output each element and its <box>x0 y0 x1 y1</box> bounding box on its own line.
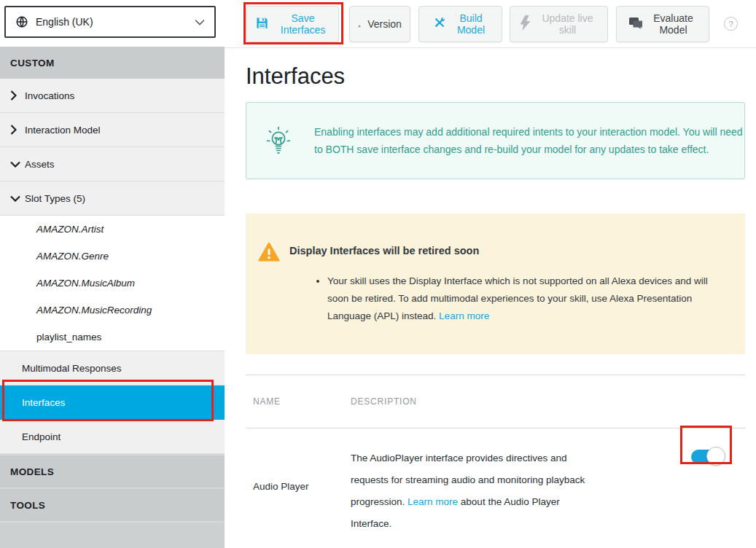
evaluate-model-label: Evaluate Model <box>650 12 698 36</box>
evaluate-model-button[interactable]: Evaluate Model <box>616 6 709 42</box>
interface-description: The AudioPlayer interface provides direc… <box>351 437 602 535</box>
sidebar-item-label: Slot Types (5) <box>25 193 85 204</box>
sidebar-item-endpoint[interactable]: Endpoint <box>0 420 225 454</box>
sidebar-section-custom: CUSTOM <box>0 47 225 79</box>
toggle-knob <box>706 447 725 466</box>
slot-type-amazon-musicalbum[interactable]: AMAZON.MusicAlbum <box>0 270 225 297</box>
column-header-name: NAME <box>246 396 351 407</box>
sidebar-item-multimodal-responses[interactable]: Multimodal Responses <box>0 351 225 385</box>
sidebar-item-interaction-model[interactable]: Interaction Model <box>0 113 225 147</box>
slot-type-amazon-genre[interactable]: AMAZON.Genre <box>0 243 225 270</box>
save-interfaces-label: Save Interfaces <box>276 12 331 36</box>
slot-type-amazon-musicrecording[interactable]: AMAZON.MusicRecording <box>0 297 225 324</box>
page-title: Interfaces <box>246 63 745 90</box>
audio-player-toggle[interactable] <box>691 450 722 464</box>
interfaces-table-header: NAME DESCRIPTION <box>246 375 745 428</box>
chevron-right-icon <box>10 90 25 101</box>
column-header-description: DESCRIPTION <box>351 396 417 407</box>
lightbulb-icon <box>266 125 291 156</box>
chevron-down-icon <box>10 161 25 168</box>
warning-learn-more-link[interactable]: Learn more <box>439 310 489 321</box>
info-banner-text: Enabling interfaces may add additional r… <box>314 123 744 158</box>
warning-bullet-item: Your skill uses the Display Interface wh… <box>327 273 717 325</box>
version-dot-icon <box>358 18 361 30</box>
warning-bullet-list: Your skill uses the Display Interface wh… <box>327 273 717 325</box>
alexa-developer-console: English (UK) CUSTOM Invocations Interact… <box>0 0 756 548</box>
chevron-right-icon <box>10 125 25 135</box>
sidebar-section-tools[interactable]: TOOLS <box>0 488 225 521</box>
sidebar-filler <box>0 521 225 548</box>
sidebar-item-label: Interaction Model <box>25 125 101 136</box>
interface-name: Audio Player <box>246 481 351 492</box>
update-live-skill-button[interactable]: Update live skill <box>510 6 608 42</box>
globe-icon <box>15 15 28 28</box>
build-tools-icon <box>432 15 447 32</box>
sidebar-item-interfaces[interactable]: Interfaces <box>0 385 225 420</box>
warning-banner: Display Interfaces will be retired soon … <box>246 214 745 354</box>
sidebar-item-invocations[interactable]: Invocations <box>0 79 225 113</box>
sidebar-section-models[interactable]: MODELS <box>0 454 225 488</box>
sidebar-item-label: Assets <box>25 159 55 170</box>
language-selector-value: English (UK) <box>36 16 195 28</box>
info-banner: Enabling interfaces may add additional r… <box>246 102 745 179</box>
build-model-label: Build Model <box>453 12 488 36</box>
warning-triangle-icon <box>258 242 280 262</box>
chevron-down-icon <box>10 195 25 202</box>
update-live-skill-label: Update live skill <box>537 12 599 36</box>
sidebar-item-slot-types[interactable]: Slot Types (5) <box>0 181 225 216</box>
slot-type-list: AMAZON.Artist AMAZON.Genre AMAZON.MusicA… <box>0 216 225 351</box>
sidebar-top: English (UK) <box>0 0 225 47</box>
save-interfaces-button[interactable]: Save Interfaces <box>246 6 339 42</box>
language-selector[interactable]: English (UK) <box>4 6 216 38</box>
description-learn-more-link[interactable]: Learn more <box>408 496 458 507</box>
version-button[interactable]: Version <box>349 6 410 42</box>
warning-title: Display Interfaces will be retired soon <box>289 245 479 262</box>
version-label: Version <box>367 18 402 30</box>
save-icon <box>255 16 269 32</box>
sidebar-item-assets[interactable]: Assets <box>0 147 225 181</box>
sidebar: English (UK) CUSTOM Invocations Interact… <box>0 0 225 548</box>
warning-bullet-text: Your skill uses the Display Interface wh… <box>327 275 708 321</box>
chevron-down-icon <box>195 15 205 28</box>
table-row: Audio Player The AudioPlayer interface p… <box>246 428 745 548</box>
toggle-cell <box>691 437 722 535</box>
toolbar: Save Interfaces Version Build Model <box>225 0 756 48</box>
slot-type-playlist-names[interactable]: playlist_names <box>0 324 225 351</box>
slot-type-amazon-artist[interactable]: AMAZON.Artist <box>0 216 225 243</box>
help-icon[interactable]: ? <box>724 17 738 31</box>
content-area: Interfaces Enabling interfaces may add a… <box>225 63 756 548</box>
main-panel: Save Interfaces Version Build Model <box>225 0 756 548</box>
lightning-icon <box>520 15 531 33</box>
sidebar-item-label: Invocations <box>25 90 74 101</box>
chat-bubbles-icon <box>628 17 643 31</box>
build-model-button[interactable]: Build Model <box>418 6 502 42</box>
